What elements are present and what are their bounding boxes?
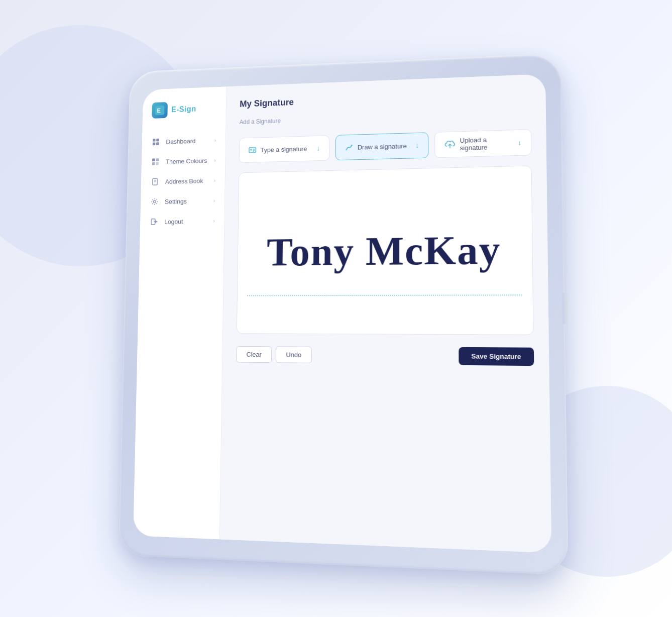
tab-type-label: Type a signature [261,145,307,153]
sidebar-item-address-book[interactable]: Address Book › [141,170,225,191]
sidebar-item-logout-label: Logout [164,217,207,225]
tablet-device: E E-Sign [119,53,569,575]
draw-icon [345,143,354,152]
chevron-right-icon: › [214,138,216,143]
svg-rect-3 [156,139,159,142]
signature-canvas[interactable]: Tony McKay [237,165,534,335]
chevron-right-icon: › [214,178,215,183]
chevron-right-icon: › [213,198,215,203]
logo-icon: E [152,102,168,119]
gear-icon [150,197,159,207]
logo-area: E E-Sign [142,100,226,133]
action-row: Clear Undo Save Signature [236,346,534,366]
signature-display: Tony McKay [237,166,533,334]
action-left-buttons: Clear Undo [236,346,312,363]
type-icon [248,146,257,155]
tablet-screen: E E-Sign [133,74,551,553]
tab-type-signature[interactable]: Type a signature ↓ [239,135,329,163]
svg-rect-4 [153,142,156,145]
sidebar-item-logout[interactable]: Logout › [140,211,225,232]
page-title: My Signature [240,88,531,109]
sidebar-nav: Dashboard › Theme Colours › [134,130,226,529]
sidebar-item-dashboard-label: Dashboard [166,137,208,145]
tab-type-inner: Type a signature [248,144,307,155]
tab-draw-label: Draw a signature [358,142,407,151]
logo-text: E-Sign [171,105,196,114]
tablet-side-button [562,293,568,324]
grid-icon [151,137,161,147]
add-signature-label: Add a Signature [240,109,531,126]
svg-point-13 [153,200,156,203]
save-signature-button[interactable]: Save Signature [459,347,534,366]
tab-upload-inner: Upload a signature [444,135,514,152]
clear-button[interactable]: Clear [236,346,272,363]
tab-upload-label: Upload a signature [460,135,513,152]
chevron-right-icon: › [214,158,215,163]
svg-rect-7 [156,158,159,161]
svg-rect-5 [156,142,159,145]
palette-icon [151,157,160,166]
tab-draw-inner: Draw a signature [345,141,407,152]
svg-rect-6 [152,158,155,161]
address-book-icon [150,177,160,186]
tab-draw-signature[interactable]: Draw a signature ↓ [335,132,428,160]
sidebar-item-settings[interactable]: Settings › [141,191,225,212]
svg-text:E: E [157,107,161,114]
svg-rect-2 [153,139,156,142]
logout-icon [149,217,159,227]
sidebar-item-theme-colours[interactable]: Theme Colours › [141,150,225,171]
chevron-right-icon: › [213,218,214,224]
tab-upload-arrow: ↓ [518,139,521,147]
tab-upload-signature[interactable]: Upload a signature ↓ [435,129,532,158]
sidebar-item-addressbook-label: Address Book [165,177,208,185]
cloud-upload-icon [444,140,456,149]
svg-rect-9 [156,162,159,165]
sidebar-item-theme-label: Theme Colours [166,157,209,165]
signature-preview: Tony McKay [266,228,501,274]
svg-point-22 [351,145,352,146]
tab-draw-arrow: ↓ [415,141,419,149]
undo-button[interactable]: Undo [276,346,312,363]
svg-rect-8 [152,162,155,165]
sidebar-item-dashboard[interactable]: Dashboard › [142,130,226,152]
main-content: My Signature Add a Signature [220,74,551,553]
sidebar: E E-Sign [133,86,227,539]
signature-tabs: Type a signature ↓ Draw a signature [239,129,532,163]
sidebar-item-settings-label: Settings [165,197,208,205]
tab-type-arrow: ↓ [316,144,320,152]
